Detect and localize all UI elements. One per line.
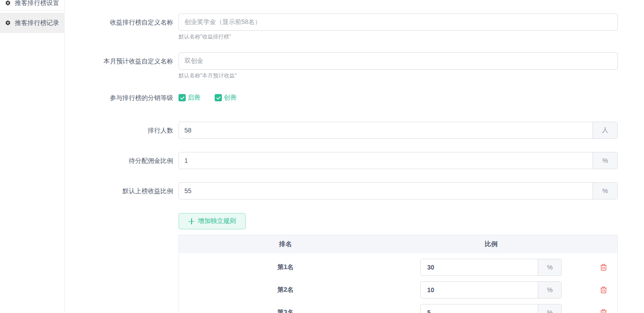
app-window: 推客排行榜设置 推客排行榜记录 收益排行榜自定义名称 默认名称"收益排行榜" 本… <box>0 0 644 313</box>
income-rank-name-input[interactable] <box>179 14 617 30</box>
percent-suffix: % <box>538 282 561 298</box>
month-income-name-input[interactable] <box>179 53 617 69</box>
rank-count-input[interactable] <box>179 122 592 138</box>
rank-cell: 第2名 <box>179 286 392 294</box>
percent-suffix: % <box>592 152 617 169</box>
gear-icon <box>5 20 11 26</box>
sidebar-item-label: 推客排行榜记录 <box>15 19 59 27</box>
percent-suffix: % <box>538 304 561 313</box>
unit-suffix: 人 <box>592 122 617 138</box>
rank-settings-form: 收益排行榜自定义名称 默认名称"收益排行榜" 本月预计收益自定义名称 默认名称"… <box>65 0 644 313</box>
ratio-input-rank3[interactable] <box>421 304 538 313</box>
ratio-input-rank1[interactable] <box>421 259 538 275</box>
rank-rules-table: 排名 比例 第1名 % <box>179 235 618 313</box>
table-row: 第2名 % <box>179 279 617 301</box>
sidebar: 推客排行榜设置 推客排行榜记录 <box>0 0 65 313</box>
column-header-rank: 排名 <box>179 240 392 248</box>
table-row: 第3名 % <box>179 301 617 313</box>
default-ratio-input[interactable] <box>179 183 592 199</box>
add-rule-button-label: 增加独立规则 <box>198 217 236 225</box>
trash-icon <box>600 308 607 313</box>
default-ratio-label: 默认上榜收益比例 <box>65 182 179 199</box>
checkbox-label: 创善 <box>224 94 236 102</box>
table-header-row: 排名 比例 <box>179 235 617 253</box>
sidebar-item-rank-records[interactable]: 推客排行榜记录 <box>0 13 64 33</box>
trash-icon <box>600 263 607 271</box>
level-checkbox-qishan[interactable]: 启善 <box>179 94 200 102</box>
sidebar-item-rank-settings[interactable]: 推客排行榜设置 <box>0 0 64 10</box>
levels-label: 参与排行榜的分销等级 <box>65 93 179 103</box>
delete-rule-button[interactable] <box>600 308 607 313</box>
delete-rule-button[interactable] <box>600 286 607 294</box>
level-checkbox-chuangshan[interactable]: 创善 <box>215 94 236 102</box>
pending-ratio-label: 待分配佣金比例 <box>65 152 179 169</box>
percent-suffix: % <box>538 259 561 275</box>
checkbox-checked-icon <box>179 94 186 101</box>
rank-count-label: 排行人数 <box>65 122 179 139</box>
ratio-input-rank2[interactable] <box>421 282 538 298</box>
month-income-name-label: 本月预计收益自定义名称 <box>65 52 179 78</box>
income-rank-name-label: 收益排行榜自定义名称 <box>65 14 179 39</box>
month-income-name-helper: 默认名称"本月预计收益" <box>179 73 618 78</box>
sidebar-item-label: 推客排行榜设置 <box>15 0 59 6</box>
checkbox-label: 启善 <box>188 94 200 102</box>
table-row: 第1名 % <box>179 256 617 279</box>
delete-rule-button[interactable] <box>600 263 607 271</box>
pending-ratio-input[interactable] <box>179 152 592 169</box>
rank-cell: 第3名 <box>179 308 392 313</box>
rank-cell: 第1名 <box>179 263 392 271</box>
trash-icon <box>600 286 607 294</box>
percent-suffix: % <box>592 183 617 199</box>
add-rule-button[interactable]: 增加独立规则 <box>179 213 246 229</box>
plus-icon <box>188 218 194 224</box>
column-header-ratio: 比例 <box>392 240 590 248</box>
checkbox-checked-icon <box>215 94 222 101</box>
gear-icon <box>5 0 11 6</box>
income-rank-name-helper: 默认名称"收益排行榜" <box>179 34 618 39</box>
